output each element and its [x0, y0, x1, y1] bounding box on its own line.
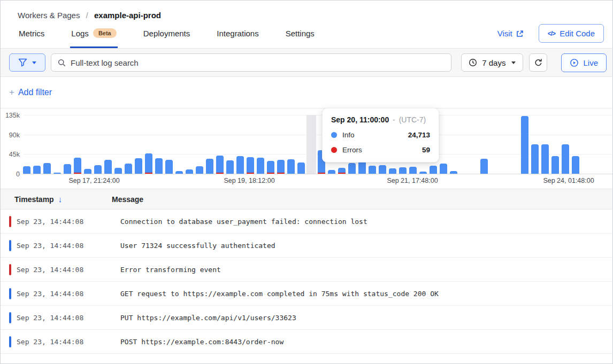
log-volume-bar[interactable] — [84, 169, 91, 174]
log-volume-bar[interactable] — [135, 158, 142, 174]
visit-link[interactable]: Visit — [497, 29, 524, 38]
log-volume-bar[interactable] — [328, 170, 335, 174]
log-volume-bar[interactable] — [257, 158, 264, 174]
tab-deployments[interactable]: Deployments — [142, 29, 191, 48]
time-range-select[interactable]: 7 days — [461, 53, 523, 72]
tab-logs[interactable]: LogsBeta — [70, 28, 117, 48]
log-volume-bar[interactable] — [94, 165, 102, 174]
log-volume-bar[interactable] — [216, 156, 224, 174]
log-volume-bar[interactable] — [186, 169, 193, 174]
log-volume-bar[interactable] — [33, 166, 41, 174]
log-volume-bar[interactable] — [114, 168, 122, 174]
log-volume-bar[interactable] — [389, 168, 396, 174]
tab-label: Integrations — [217, 29, 258, 38]
breadcrumb: Workers & Pages / example-api-prod — [1, 1, 612, 20]
log-volume-bar[interactable] — [175, 171, 183, 174]
bar-info-segment — [257, 158, 264, 174]
log-volume-bar[interactable] — [430, 166, 437, 174]
tab-metrics[interactable]: Metrics — [18, 29, 45, 48]
log-volume-bar[interactable] — [358, 161, 366, 174]
log-volume-bar[interactable] — [247, 157, 254, 174]
tab-settings[interactable]: Settings — [285, 29, 316, 48]
log-volume-bar[interactable] — [531, 144, 539, 174]
bar-info-segment — [165, 160, 173, 174]
breadcrumb-separator: / — [86, 11, 88, 20]
log-message: POST https://example.com:8443/order-now — [120, 338, 283, 346]
log-row[interactable]: Sep 23, 14:44:08POST https://example.com… — [1, 330, 612, 354]
log-volume-bar[interactable] — [541, 144, 549, 174]
tabs: MetricsLogsBetaDeploymentsIntegrationsSe… — [18, 20, 316, 48]
bar-info-segment — [379, 165, 386, 174]
bar-info-segment — [236, 156, 244, 174]
tab-label: Deployments — [143, 29, 190, 38]
log-volume-bar[interactable] — [379, 165, 386, 174]
log-volume-bar[interactable] — [480, 159, 488, 174]
edit-code-button[interactable]: </> Edit Code — [539, 24, 604, 43]
log-volume-bar[interactable] — [74, 158, 81, 174]
log-volume-bar[interactable] — [104, 160, 112, 174]
log-volume-bar[interactable] — [267, 161, 274, 174]
bar-info-segment — [114, 168, 122, 174]
log-volume-bar[interactable] — [277, 160, 285, 174]
x-axis-line — [23, 174, 612, 174]
log-timestamp: Sep 23, 14:44:08 — [17, 290, 120, 298]
bar-info-segment — [33, 166, 41, 174]
log-volume-bar[interactable] — [450, 171, 457, 174]
log-volume-bar[interactable] — [287, 159, 295, 174]
hovered-time-slot — [306, 115, 316, 174]
log-volume-bar[interactable] — [43, 163, 51, 174]
log-volume-bar[interactable] — [399, 167, 407, 174]
severity-indicator-error — [9, 216, 11, 227]
filter-dropdown-button[interactable] — [9, 53, 45, 72]
log-volume-bar[interactable] — [196, 166, 203, 174]
sort-descending-icon: ↓ — [58, 195, 63, 204]
log-volume-bar[interactable] — [409, 167, 417, 174]
log-volume-bar[interactable] — [23, 166, 30, 174]
add-filter-button[interactable]: + Add filter — [9, 87, 52, 98]
refresh-button[interactable] — [529, 53, 547, 72]
log-volume-bar[interactable] — [165, 160, 173, 174]
log-search-input[interactable] — [71, 58, 445, 67]
log-volume-bar[interactable] — [440, 164, 447, 174]
log-row[interactable]: Sep 23, 14:44:08Error transforming event — [1, 258, 612, 282]
breadcrumb-workers-pages[interactable]: Workers & Pages — [18, 11, 80, 20]
log-volume-bar[interactable] — [145, 153, 152, 174]
log-row[interactable]: Sep 23, 14:44:08GET request to https://e… — [1, 282, 612, 306]
bar-info-segment — [419, 172, 427, 174]
log-volume-bar[interactable] — [64, 164, 71, 174]
log-timestamp: Sep 23, 14:44:08 — [17, 218, 120, 226]
timestamp-header-label: Timestamp — [14, 195, 54, 204]
log-volume-bar[interactable] — [348, 163, 356, 174]
log-row[interactable]: Sep 23, 14:44:08PUT https://example.com/… — [1, 306, 612, 330]
log-volume-bar[interactable] — [125, 164, 132, 174]
log-volume-bar[interactable] — [53, 173, 61, 174]
bar-errors-segment — [318, 173, 325, 174]
log-volume-bar[interactable] — [226, 160, 234, 174]
log-volume-bar[interactable] — [338, 168, 346, 174]
log-volume-bar[interactable] — [562, 144, 569, 174]
bar-info-segment — [409, 167, 417, 174]
chevron-down-icon — [32, 61, 36, 64]
log-volume-bar[interactable] — [236, 156, 244, 174]
tooltip-row-info: Info24,713 — [331, 131, 430, 139]
bar-info-segment — [226, 160, 234, 174]
log-row[interactable]: Sep 23, 14:44:08User 71324 successfully … — [1, 234, 612, 258]
log-row[interactable]: Sep 23, 14:44:08Connection to database u… — [1, 210, 612, 234]
add-filter-row: + Add filter — [1, 77, 612, 109]
log-volume-bar[interactable] — [297, 162, 305, 174]
timestamp-column-header[interactable]: Timestamp ↓ — [1, 195, 112, 204]
log-volume-bar[interactable] — [419, 172, 427, 174]
log-volume-bar[interactable] — [521, 116, 528, 174]
live-button[interactable]: Live — [561, 53, 607, 72]
legend-dot-icon — [331, 147, 337, 153]
bar-errors-segment — [338, 173, 346, 174]
log-timestamp: Sep 23, 14:44:08 — [17, 266, 120, 274]
log-volume-bar[interactable] — [551, 156, 559, 174]
log-volume-bar[interactable] — [572, 156, 579, 174]
log-volume-bar[interactable] — [155, 158, 163, 174]
log-volume-bar[interactable] — [206, 159, 213, 174]
bar-info-segment — [389, 168, 396, 174]
tab-integrations[interactable]: Integrations — [216, 29, 259, 48]
bar-info-segment — [206, 159, 213, 174]
log-volume-bar[interactable] — [369, 166, 376, 174]
